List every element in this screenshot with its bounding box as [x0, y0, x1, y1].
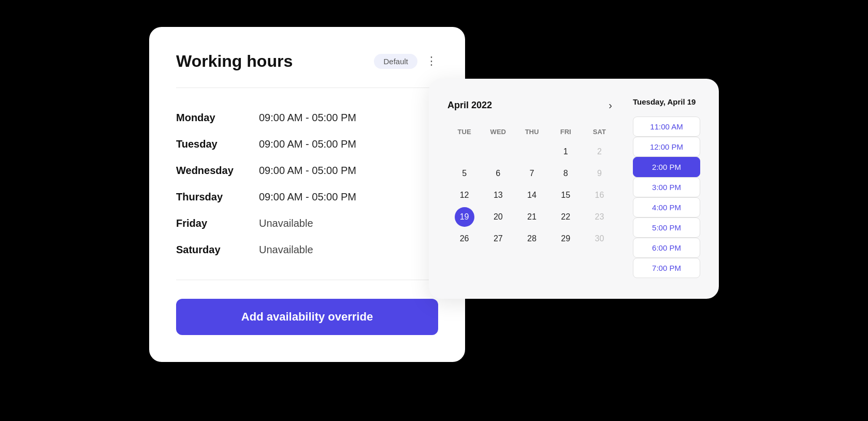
calendar-week-row: 1213141516 [447, 185, 616, 205]
schedule-row: Monday 09:00 AM - 05:00 PM [176, 105, 438, 131]
schedule-row: Tuesday 09:00 AM - 05:00 PM [176, 131, 438, 157]
weekday-header: TUE [447, 126, 481, 138]
calendar-day[interactable]: 6 [481, 164, 515, 183]
footer-divider [176, 280, 438, 280]
calendar-day[interactable]: 20 [481, 207, 515, 227]
time-slot[interactable]: 5:00 PM [633, 217, 700, 238]
calendar-nav: April 2022 › [447, 97, 616, 113]
day-name: Saturday [176, 244, 259, 256]
calendar-day[interactable]: 9 [583, 164, 616, 183]
calendar-card: April 2022 › TUEWEDTHUFRISAT 12567891213… [429, 79, 719, 299]
day-name: Wednesday [176, 165, 259, 177]
next-month-button[interactable]: › [604, 97, 616, 113]
day-hours: 09:00 AM - 05:00 PM [259, 138, 356, 150]
calendar-day[interactable]: 16 [583, 185, 616, 205]
calendar-month: April 2022 [447, 100, 604, 111]
time-slot[interactable]: 11:00 AM [633, 117, 700, 137]
calendar-day[interactable]: 27 [481, 229, 515, 249]
time-slot[interactable]: 12:00 PM [633, 137, 700, 157]
calendar-day [447, 142, 481, 162]
calendar-week-row: 56789 [447, 164, 616, 183]
working-hours-card: Working hours Default ⋮ Monday 09:00 AM … [149, 27, 465, 362]
day-name: Thursday [176, 191, 259, 203]
card-title: Working hours [176, 52, 366, 71]
calendar-day[interactable]: 30 [583, 229, 616, 249]
schedule-row: Friday Unavailable [176, 210, 438, 237]
selected-date-label: Tuesday, April 19 [633, 97, 700, 106]
time-slots-list: 11:00 AM12:00 PM2:00 PM3:00 PM4:00 PM5:0… [633, 117, 700, 278]
calendar-grid: TUEWEDTHUFRISAT 125678912131415161920212… [447, 126, 616, 249]
calendar-weekday-headers: TUEWEDTHUFRISAT [447, 126, 616, 138]
weekday-header: SAT [583, 126, 616, 138]
calendar-day[interactable]: 2 [583, 142, 616, 162]
calendar-day[interactable]: 5 [447, 164, 481, 183]
calendar-left: April 2022 › TUEWEDTHUFRISAT 12567891213… [447, 97, 616, 278]
default-badge: Default [374, 54, 417, 69]
more-options-icon[interactable]: ⋮ [426, 54, 438, 68]
calendar-day[interactable]: 23 [583, 207, 616, 227]
selected-calendar-day[interactable]: 19 [455, 207, 474, 227]
weekday-header: FRI [549, 126, 583, 138]
calendar-day[interactable]: 13 [481, 185, 515, 205]
day-name: Friday [176, 217, 259, 229]
day-name: Tuesday [176, 138, 259, 150]
calendar-day[interactable]: 21 [515, 207, 548, 227]
calendar-day[interactable]: 12 [447, 185, 481, 205]
calendar-day [515, 142, 548, 162]
calendar-day[interactable]: 7 [515, 164, 548, 183]
day-hours: 09:00 AM - 05:00 PM [259, 112, 356, 124]
day-hours: 09:00 AM - 05:00 PM [259, 191, 356, 203]
calendar-day[interactable]: 1 [549, 142, 583, 162]
time-slots-panel: Tuesday, April 19 11:00 AM12:00 PM2:00 P… [633, 97, 700, 278]
calendar-day [481, 142, 515, 162]
calendar-day[interactable]: 26 [447, 229, 481, 249]
add-availability-override-button[interactable]: Add availability override [176, 299, 438, 335]
calendar-day[interactable]: 15 [549, 185, 583, 205]
calendar-day[interactable]: 29 [549, 229, 583, 249]
time-slot[interactable]: 6:00 PM [633, 238, 700, 258]
calendar-week-row: 1920212223 [447, 207, 616, 227]
day-name: Monday [176, 112, 259, 124]
schedule-row: Saturday Unavailable [176, 237, 438, 263]
day-hours: Unavailable [259, 244, 313, 256]
time-slot[interactable]: 7:00 PM [633, 258, 700, 278]
calendar-weeks: 1256789121314151619202122232627282930 [447, 142, 616, 249]
schedule-list: Monday 09:00 AM - 05:00 PM Tuesday 09:00… [176, 105, 438, 263]
weekday-header: WED [481, 126, 515, 138]
calendar-day[interactable]: 28 [515, 229, 548, 249]
time-slot[interactable]: 3:00 PM [633, 177, 700, 197]
schedule-row: Thursday 09:00 AM - 05:00 PM [176, 184, 438, 210]
schedule-row: Wednesday 09:00 AM - 05:00 PM [176, 157, 438, 184]
selected-time-slot[interactable]: 2:00 PM [633, 157, 700, 177]
time-slot[interactable]: 4:00 PM [633, 197, 700, 217]
weekday-header: THU [515, 126, 548, 138]
header-divider [176, 88, 438, 88]
calendar-day[interactable]: 22 [549, 207, 583, 227]
calendar-day[interactable]: 14 [515, 185, 548, 205]
day-hours: 09:00 AM - 05:00 PM [259, 165, 356, 177]
card-header: Working hours Default ⋮ [176, 52, 438, 71]
day-hours: Unavailable [259, 217, 313, 229]
calendar-week-row: 2627282930 [447, 229, 616, 249]
calendar-day[interactable]: 8 [549, 164, 583, 183]
calendar-week-row: 12 [447, 142, 616, 162]
scene: Working hours Default ⋮ Monday 09:00 AM … [149, 17, 719, 405]
